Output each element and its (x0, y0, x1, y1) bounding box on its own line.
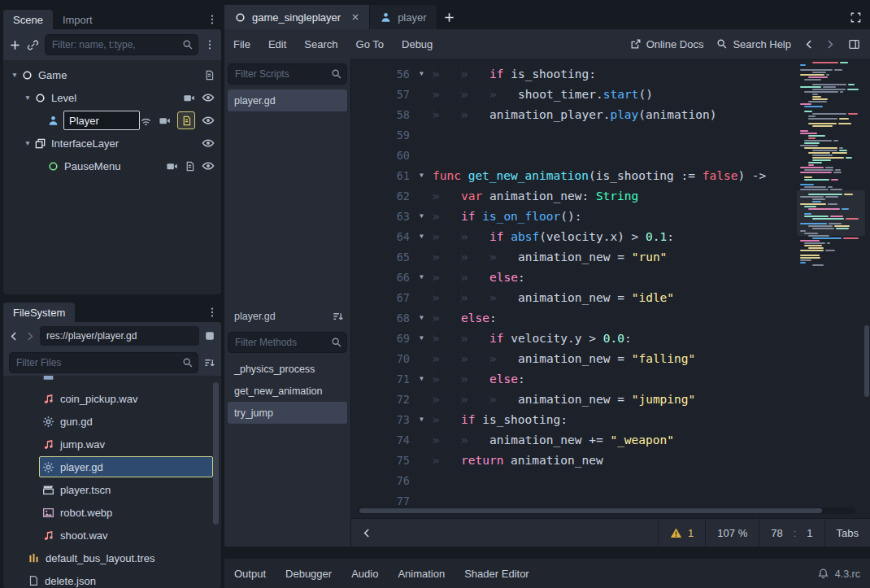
file-row[interactable] (3, 376, 221, 387)
horizontal-scrollbar[interactable] (358, 507, 855, 514)
file-list-scrollbar[interactable] (213, 382, 219, 525)
line-number[interactable]: 77 (351, 494, 420, 507)
scene-filter-input[interactable] (45, 34, 198, 55)
line-number[interactable]: 69 (351, 332, 420, 345)
group-icon[interactable] (159, 115, 171, 127)
code-line-64[interactable]: 64▼»»if absf(velocity.x) > 0.1: (351, 226, 870, 246)
distraction-free-mode-icon[interactable] (850, 11, 862, 24)
code-line-75[interactable]: 75»return animation_new (351, 450, 870, 470)
file-row-player.tscn[interactable]: player.tscn (3, 478, 221, 501)
collapse-arrow-icon[interactable]: ▼ (21, 139, 34, 147)
method-item-get_new_animation[interactable]: get_new_animation (228, 380, 347, 402)
file-row-player.gd[interactable]: player.gd (3, 455, 221, 478)
fs-forward-icon[interactable] (24, 331, 35, 342)
code-line-68[interactable]: 68▼»else: (351, 307, 870, 328)
history-forward-icon[interactable] (824, 39, 835, 50)
line-number[interactable]: 56 (351, 68, 420, 81)
line-number[interactable]: 72 (351, 393, 420, 406)
method-sort-icon[interactable] (332, 311, 344, 323)
fs-filter-input[interactable] (9, 352, 198, 373)
scene-tabbar-dots-icon[interactable] (207, 14, 218, 25)
line-number[interactable]: 66 (351, 271, 420, 284)
code-editor[interactable]: 56▼»»if is_shooting:57»»»shoot_timer.sta… (351, 59, 870, 547)
fs-breadcrumb[interactable]: res://player/player.gd (40, 326, 199, 346)
script-panel-toggle-icon[interactable] (848, 38, 860, 50)
line-number[interactable]: 75 (351, 454, 420, 467)
bottom-tab-shader-editor[interactable]: Shader Editor (455, 559, 539, 588)
visibility-eye-icon[interactable] (202, 159, 215, 172)
line-number[interactable]: 67 (351, 291, 420, 304)
open-script-icon[interactable] (177, 111, 195, 129)
line-number[interactable]: 71 (351, 372, 420, 385)
menu-go-to[interactable]: Go To (347, 29, 393, 59)
scene-tab-game_singleplayer[interactable]: game_singleplayer (224, 5, 370, 29)
line-number[interactable]: 58 (351, 108, 420, 121)
group-icon[interactable] (183, 92, 195, 104)
script-history-back-icon[interactable] (351, 528, 383, 538)
line-number[interactable]: 57 (351, 88, 420, 101)
file-row-default_bus_layout.tres[interactable]: default_bus_layout.tres (3, 547, 221, 569)
close-tab-icon[interactable] (351, 13, 359, 21)
fold-arrow-icon[interactable]: ▼ (420, 273, 433, 281)
code-line-74[interactable]: 74»»animation_new += "_weapon" (351, 429, 870, 450)
instance-scene-link-icon[interactable] (27, 39, 39, 51)
visibility-eye-icon[interactable] (202, 114, 215, 127)
code-line-76[interactable]: 76 (351, 470, 870, 490)
code-line-58[interactable]: 58»»animation_player.play(animation) (351, 104, 870, 124)
method-item-try_jump[interactable]: try_jump (228, 402, 347, 424)
menu-search[interactable]: Search (295, 29, 346, 59)
code-line-60[interactable]: 60 (351, 145, 870, 165)
file-row-robot.webp[interactable]: robot.webp (3, 501, 221, 524)
line-number[interactable]: 63 (351, 210, 420, 223)
tree-row-game[interactable]: ▼Game (3, 63, 221, 86)
tree-row-pausemenu[interactable]: PauseMenu (3, 155, 221, 177)
line-number[interactable]: 61 (351, 169, 420, 182)
attached-script-icon[interactable] (185, 161, 195, 172)
menu-edit[interactable]: Edit (259, 29, 295, 59)
collapse-arrow-icon[interactable]: ▼ (8, 71, 21, 79)
new-tab-icon[interactable] (437, 5, 462, 29)
indent-mode[interactable]: Tabs (824, 519, 870, 547)
filter-scripts-input[interactable] (228, 63, 347, 85)
fs-sort-icon[interactable] (203, 357, 215, 369)
code-line-66[interactable]: 66▼»»else: (351, 267, 870, 287)
notifications-bell-icon[interactable] (817, 568, 829, 580)
code-line-59[interactable]: 59 (351, 124, 870, 145)
tree-row-interfacelayer[interactable]: ▼InterfaceLayer (3, 132, 221, 155)
signal-connection-icon[interactable] (140, 115, 152, 127)
line-number[interactable]: 60 (351, 149, 420, 162)
bottom-tab-animation[interactable]: Animation (388, 559, 455, 588)
line-number[interactable]: 68 (351, 311, 420, 324)
fold-arrow-icon[interactable]: ▼ (420, 212, 433, 220)
code-line-57[interactable]: 57»»»shoot_timer.start() (351, 84, 870, 104)
online-docs-button[interactable]: Online Docs (630, 38, 704, 50)
line-number[interactable]: 73 (351, 413, 420, 426)
fold-arrow-icon[interactable]: ▼ (420, 416, 433, 423)
history-back-icon[interactable] (804, 39, 815, 50)
code-line-69[interactable]: 69▼»»if velocity.y > 0.0: (351, 328, 870, 348)
visibility-eye-icon[interactable] (202, 91, 215, 104)
file-row-coin_pickup.wav[interactable]: coin_pickup.wav (3, 387, 221, 410)
fs-menu-dots-icon[interactable] (207, 307, 218, 318)
line-number[interactable]: 74 (351, 433, 420, 446)
horizontal-scrollbar-thumb[interactable] (359, 508, 822, 513)
line-number[interactable]: 59 (351, 128, 420, 142)
scene-dock-tab-import[interactable]: Import (53, 10, 102, 29)
minimap-viewport[interactable] (797, 190, 865, 236)
scene-menu-dots-icon[interactable] (204, 39, 215, 50)
file-row-jump.wav[interactable]: jump.wav (3, 433, 221, 455)
code-line-67[interactable]: 67»»»animation_new = "idle" (351, 287, 870, 307)
line-number[interactable]: 70 (351, 352, 420, 365)
file-row-delete.json[interactable]: delete.json (3, 569, 221, 588)
script-item-player.gd[interactable]: player.gd (228, 89, 347, 111)
bottom-tab-debugger[interactable]: Debugger (276, 559, 341, 588)
code-line-65[interactable]: 65»»»animation_new = "run" (351, 246, 870, 267)
tree-row-player[interactable]: Player (3, 109, 221, 132)
code-line-71[interactable]: 71▼»»else: (351, 368, 870, 389)
add-node-icon[interactable] (9, 39, 21, 51)
zoom-indicator[interactable]: 107 % (705, 519, 759, 547)
code-line-73[interactable]: 73▼»if is_shooting: (351, 409, 870, 429)
group-icon[interactable] (166, 160, 178, 172)
minimap[interactable] (800, 62, 862, 267)
fold-arrow-icon[interactable]: ▼ (420, 334, 433, 342)
